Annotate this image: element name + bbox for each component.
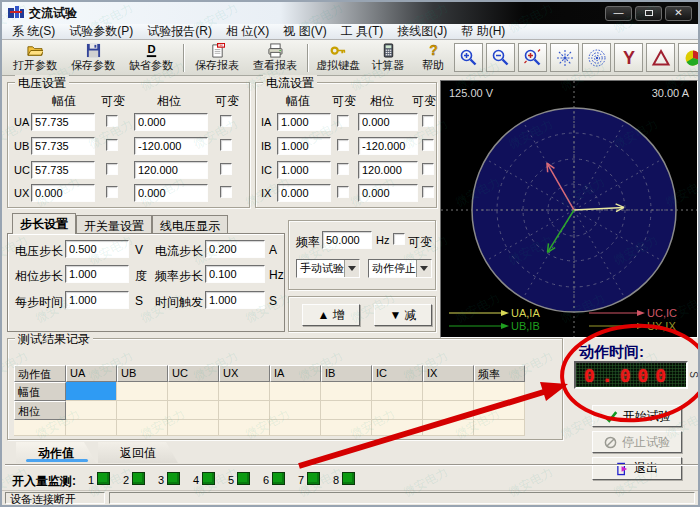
table-cell[interactable] [219,382,270,401]
ua-amplitude-variable-checkbox[interactable] [106,115,118,127]
close-button[interactable]: ✕ [665,6,692,21]
ua-phase-variable-checkbox[interactable] [220,115,232,127]
dropdown-button[interactable] [344,260,359,277]
table-cell [270,420,321,436]
dropdown-button[interactable] [416,260,431,277]
test-mode-select[interactable]: 手动试验 [296,259,360,278]
table-cell[interactable] [270,401,321,420]
stop-test-button[interactable]: 停止试验 [592,431,682,453]
menu-wiring-diagram[interactable]: 接线图(J) [397,23,447,40]
table-cell[interactable] [321,401,372,420]
increase-button[interactable]: ▲ 增 [302,304,360,326]
current-step-input[interactable] [205,240,265,258]
virtual-keyboard-button[interactable]: 虚拟键盘 [312,41,364,75]
table-cell[interactable] [117,401,168,420]
zoom-in-button[interactable] [454,43,483,72]
minimize-button[interactable]: — [605,6,632,21]
delta-view-button[interactable] [646,43,675,72]
ib-phase-variable-checkbox[interactable] [422,139,434,151]
ix-phase-variable-checkbox[interactable] [422,186,434,198]
open-params-button[interactable]: 打开参数 [6,41,64,75]
calculator-button[interactable]: 计算器 [364,41,412,75]
zoom-out-button[interactable] [486,43,515,72]
ia-amplitude-variable-checkbox[interactable] [337,115,349,127]
ub-phase-variable-checkbox[interactable] [220,139,232,151]
help-button[interactable]: ? 帮助 [412,41,454,75]
menu-system[interactable]: 系 统(S) [12,23,55,40]
ux-amplitude-variable-checkbox[interactable] [106,186,118,198]
ia-phase-variable-checkbox[interactable] [422,115,434,127]
table-cell[interactable] [423,382,474,401]
phase-step-input[interactable] [65,265,129,283]
menu-phase[interactable]: 相 位(X) [226,23,269,40]
voltage-step-input[interactable] [65,240,129,258]
ic-phase-input[interactable] [358,161,418,179]
uc-amplitude-variable-checkbox[interactable] [106,163,118,175]
ix-amplitude-input[interactable] [277,184,331,202]
ib-amplitude-variable-checkbox[interactable] [337,139,349,151]
ia-phase-input[interactable] [358,113,418,131]
tab-switch-settings[interactable]: 开关量设置 [76,215,152,234]
rays-view-button[interactable] [550,43,579,72]
table-cell[interactable] [474,401,525,420]
menu-test-report[interactable]: 试验报告(R) [147,23,212,40]
frequency-step-input[interactable] [205,265,265,283]
ix-phase-input[interactable] [358,184,418,202]
ic-amplitude-variable-checkbox[interactable] [337,163,349,175]
tab-step-settings[interactable]: 步长设置 [12,213,76,234]
table-cell[interactable] [372,401,423,420]
menu-test-params[interactable]: 试验参数(P) [69,23,133,40]
menu-help[interactable]: 帮 助(H) [461,23,505,40]
frequency-variable-checkbox[interactable] [393,233,405,245]
ib-amplitude-input[interactable] [277,137,331,155]
default-params-button[interactable]: D 缺省参数 [122,41,180,75]
ua-amplitude-input[interactable] [31,113,95,131]
column-header: 相位 [157,93,181,110]
menu-view[interactable]: 视 图(V) [283,23,326,40]
ux-phase-input[interactable] [134,184,208,202]
ia-amplitude-input[interactable] [277,113,331,131]
time-trigger-input[interactable] [205,291,265,309]
table-cell[interactable] [168,401,219,420]
group-title: 电压设置 [15,75,69,92]
ub-phase-input[interactable] [134,137,208,155]
rings-view-button[interactable] [582,43,611,72]
table-cell[interactable] [168,382,219,401]
uc-phase-variable-checkbox[interactable] [220,163,232,175]
table-cell[interactable] [321,382,372,401]
table-cell[interactable] [423,401,474,420]
save-report-button[interactable]: DEL 保存报表 [188,41,246,75]
save-params-button[interactable]: 保存参数 [64,41,122,75]
pie-view-button[interactable] [678,43,700,72]
ub-amplitude-input[interactable] [31,137,95,155]
table-cell-selected[interactable] [66,382,117,401]
ix-amplitude-variable-checkbox[interactable] [337,186,349,198]
zoom-reset-button[interactable] [518,43,547,72]
frequency-input[interactable] [322,231,372,249]
menu-tools[interactable]: 工 具(T) [341,23,384,40]
action-mode-select[interactable]: 动作停止 [368,259,432,278]
decrease-button[interactable]: ▼ 减 [374,304,432,326]
tab-return-values[interactable]: 返回值 [98,442,178,463]
ux-amplitude-input[interactable] [31,184,95,202]
uc-amplitude-input[interactable] [31,161,95,179]
table-cell[interactable] [66,401,117,420]
start-test-button[interactable]: 开始试验 [592,405,682,427]
maximize-button[interactable] [635,6,662,21]
table-cell[interactable] [474,382,525,401]
table-cell[interactable] [270,382,321,401]
ib-phase-input[interactable] [358,137,418,155]
ux-phase-variable-checkbox[interactable] [220,186,232,198]
tab-line-voltage-display[interactable]: 线电压显示 [152,215,228,234]
table-cell[interactable] [372,382,423,401]
step-time-input[interactable] [65,291,129,309]
view-report-button[interactable]: 查看报表 [246,41,304,75]
ic-phase-variable-checkbox[interactable] [422,163,434,175]
ua-phase-input[interactable] [134,113,208,131]
wye-view-button[interactable]: Y [614,43,643,72]
ic-amplitude-input[interactable] [277,161,331,179]
table-cell[interactable] [219,401,270,420]
uc-phase-input[interactable] [134,161,208,179]
table-cell[interactable] [117,382,168,401]
ub-amplitude-variable-checkbox[interactable] [106,139,118,151]
